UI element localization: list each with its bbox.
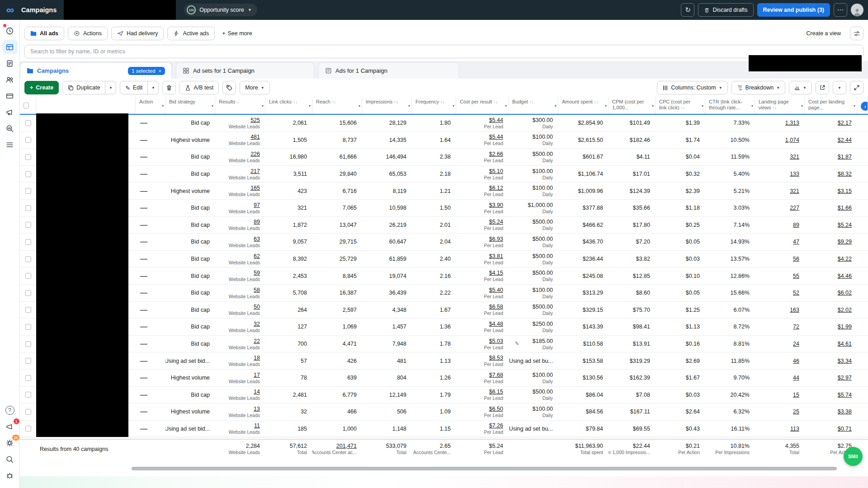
action-cell[interactable]: — [136,387,165,404]
options-chevron-button[interactable]: ▼ [833,81,846,94]
landing-page-views-cell[interactable]: 25 [755,404,805,420]
column-header-amount-spent[interactable]: Amount spent ↑↓▾ [558,97,609,114]
cost-per-result-cell[interactable]: $6.58Per Lead [456,302,509,319]
cost-per-landing-cell[interactable]: $3.15 [805,183,857,199]
row-checkbox[interactable] [25,188,31,194]
landing-page-views-cell[interactable]: 163 [755,302,805,319]
column-header-budget[interactable]: Budget ↑↓▾ [509,97,558,114]
cost-per-landing-cell[interactable]: $1.87 [805,149,857,165]
action-cell[interactable]: — [136,285,165,301]
cost-per-landing-cell[interactable]: $0.71 [805,421,857,437]
chevron-down-icon[interactable]: ▾ [555,103,557,109]
action-cell[interactable]: — [136,267,165,284]
results-cell[interactable]: 97Website Leads [215,200,265,216]
results-cell[interactable]: 58Website Leads [215,285,265,301]
landing-page-views-cell[interactable]: 113 [755,421,805,437]
action-cell[interactable]: — [136,166,165,183]
sidebar-item-insights[interactable] [2,121,18,136]
landing-page-views-cell[interactable]: 55 [755,267,805,284]
landing-page-views-cell[interactable]: 44 [755,370,805,386]
action-cell[interactable]: — [136,370,165,386]
action-cell[interactable]: — [136,352,165,369]
row-checkbox[interactable] [25,154,31,160]
more-options-button[interactable]: ⋯ [834,3,847,17]
landing-page-views-cell[interactable]: 1,074 [755,132,805,149]
landing-page-views-cell[interactable]: 52 [755,285,805,301]
sidebar-item-audiences[interactable] [2,72,18,87]
cost-per-result-cell[interactable]: $5.03Per Lead [456,336,509,352]
sort-arrows-icon[interactable]: ↑↓ [440,99,445,104]
cost-per-landing-cell[interactable]: $2.44 [805,132,857,149]
results-cell[interactable]: 217Website Leads [215,166,265,183]
landing-page-views-cell[interactable]: 89 [755,217,805,234]
budget-cell[interactable]: $300.00Daily [509,115,558,131]
results-cell[interactable]: 481Website Leads [215,132,265,149]
totals-reach[interactable]: 201,471Accounts Center ac... [312,440,362,458]
landing-page-views-cell[interactable]: 72 [755,319,805,335]
landing-page-views-cell[interactable]: 321 [755,183,805,199]
results-cell[interactable]: 62Website Leads [215,251,265,267]
sidebar-item-settings[interactable]: 28 [2,436,18,450]
create-button[interactable]: + Create [24,81,59,94]
action-cell[interactable]: — [136,149,165,165]
chevron-down-icon[interactable]: ▾ [801,103,803,109]
delete-button[interactable] [162,81,176,94]
cost-per-result-cell[interactable]: $5.44Per Lead [456,132,509,149]
budget-cell[interactable]: $100.00Daily [509,370,558,386]
cost-per-result-cell[interactable]: $3.81Per Lead [456,251,509,267]
action-cell[interactable]: — [136,183,165,199]
column-header-results[interactable]: Results ↓▾ [215,97,265,114]
results-cell[interactable]: 32Website Leads [215,319,265,335]
cost-per-result-cell[interactable]: $5.24Per Lead [456,217,509,234]
action-cell[interactable]: — [136,421,165,437]
meta-logo[interactable]: ∞ [5,5,16,15]
row-checkbox[interactable] [25,273,31,279]
chat-widget[interactable]: SMit [844,447,863,466]
budget-cell[interactable]: $100.00Daily [509,404,558,420]
refresh-button[interactable]: ↻ [681,3,694,17]
budget-cell[interactable]: $500.00Daily [509,387,558,404]
chevron-down-icon[interactable]: ▾ [605,103,607,109]
cost-per-landing-cell[interactable]: $5.74 [805,387,857,404]
cost-per-result-cell[interactable] [456,437,509,439]
filter-chip-actions[interactable]: Actions [68,27,108,40]
action-cell[interactable]: — [136,437,165,439]
cost-per-landing-cell[interactable]: $3.38 [805,404,857,420]
create-view-button[interactable]: Create a view [802,30,845,37]
results-cell[interactable]: 226Website Leads [215,149,265,165]
column-header-impressions[interactable]: Impressions ↑↓▾ [362,97,412,114]
budget-cell[interactable]: $1,000.00Daily [509,200,558,216]
duplicate-chevron[interactable]: ▼ [105,81,116,94]
action-cell[interactable]: — [136,319,165,335]
tag-button[interactable] [222,81,236,94]
results-cell[interactable]: 13Website Leads [215,404,265,420]
chevron-down-icon[interactable]: ▾ [854,103,855,109]
results-cell[interactable]: 17Website Leads [215,370,265,386]
sort-arrows-icon[interactable]: ↑↓ [681,105,685,110]
row-checkbox[interactable] [25,171,31,177]
row-checkbox[interactable] [25,409,31,415]
cost-per-landing-cell[interactable]: $2.02 [805,302,857,319]
budget-cell[interactable]: $500.00Daily [509,234,558,250]
sort-arrows-icon[interactable]: ↓ [237,99,239,104]
export-button[interactable] [816,81,829,94]
edit-chevron[interactable]: ▼ [148,81,159,94]
cost-per-result-cell[interactable]: $4.15Per Lead [456,267,509,284]
column-header-ctr-link-click-through-rate[interactable]: CTR (link click-through rate...▾ [705,97,755,114]
budget-cell[interactable]: Using ad set bu... [509,352,558,369]
cost-per-result-cell[interactable]: $3.90Per Lead [456,200,509,216]
sort-arrows-icon[interactable]: ↑↓ [293,99,297,104]
row-checkbox[interactable] [25,205,31,211]
discard-drafts-button[interactable]: Discard drafts [698,3,753,17]
landing-page-views-cell[interactable]: 227 [755,200,805,216]
row-checkbox[interactable] [25,120,31,126]
budget-cell[interactable]: ✎$185.00Daily [509,336,558,352]
landing-page-views-cell[interactable]: 133 [755,166,805,183]
cost-per-result-cell[interactable]: $4.48Per Lead [456,319,509,335]
budget-cell[interactable]: $500.00Daily [509,302,558,319]
chevron-down-icon[interactable]: ▾ [505,103,507,109]
tab-campaigns[interactable]: Campaigns 1 selected × [20,62,172,79]
chevron-down-icon[interactable]: ▾ [262,103,264,109]
cost-per-landing-cell[interactable]: $4.22 [805,251,857,267]
results-cell[interactable]: 63Website Leads [215,234,265,250]
